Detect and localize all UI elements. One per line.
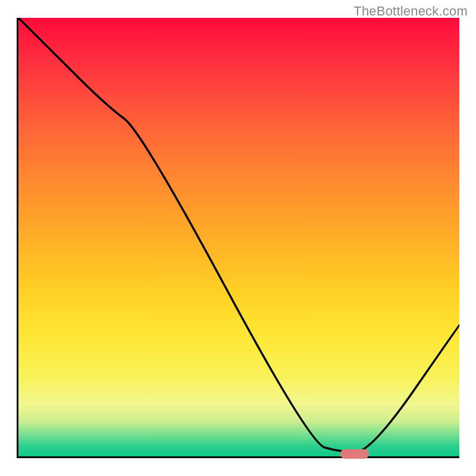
- plot-area: [17, 18, 459, 458]
- highlight-marker: [340, 449, 369, 459]
- watermark-text: TheBottleneck.com: [353, 4, 468, 19]
- bottleneck-curve-path: [18, 18, 459, 452]
- curve-svg: [18, 18, 459, 456]
- chart-container: TheBottleneck.com: [0, 0, 476, 476]
